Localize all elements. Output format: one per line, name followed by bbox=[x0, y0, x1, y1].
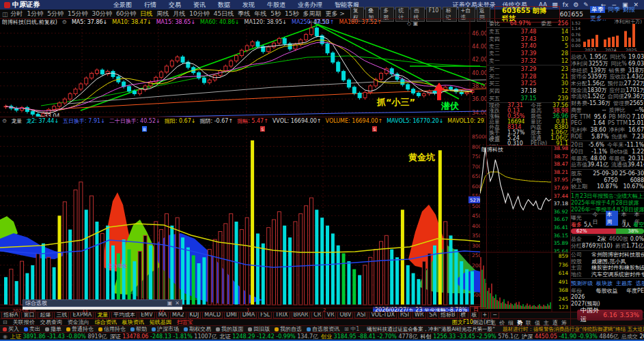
layout-icon[interactable]: ◫ bbox=[0, 11, 8, 18]
indicator-tab-CR[interactable]: CR bbox=[311, 312, 323, 318]
timeframe-45日线[interactable]: 45日线 bbox=[214, 10, 234, 18]
svg-text:37.18: 37.18 bbox=[554, 201, 569, 207]
timeframe-30分钟[interactable]: 30分钟 bbox=[92, 10, 111, 18]
indicator-extra-指标B[interactable]: 指标B bbox=[438, 312, 458, 318]
timeframe-5秒[interactable]: 5秒 bbox=[270, 10, 281, 18]
candlestick-chart[interactable]: 46.0044.0042.0040.0038.0036.0034.00←47.5… bbox=[0, 18, 486, 119]
timeframe-10分钟[interactable]: 10分钟 bbox=[189, 10, 209, 18]
news-ticker-item[interactable]: 题材进行时：德银警告消费品行业“传统防御逻辑”终结 五大逆风重 bbox=[503, 326, 644, 333]
indicator-tab-RSI[interactable]: RSI bbox=[398, 312, 411, 318]
indicator-tab-窗口[interactable]: 窗口 bbox=[21, 312, 36, 318]
timeframe-多周期[interactable]: 多周期 bbox=[303, 10, 321, 18]
gear-icon[interactable]: ⚙ bbox=[2, 118, 7, 124]
menu-item-行情[interactable]: 行情 bbox=[144, 1, 156, 10]
indicator-extra-−[interactable]: − bbox=[490, 312, 499, 318]
f10-link-主题库[interactable]: 主题库 bbox=[616, 280, 632, 287]
timeframe-周线[interactable]: 周线 bbox=[156, 10, 169, 18]
indicator-tab-MA2[interactable]: MA2 bbox=[170, 312, 186, 318]
indicator-tab-指标A[interactable]: 指标A bbox=[1, 312, 20, 318]
indicator-extra-板[interactable]: 板 bbox=[470, 312, 479, 318]
f10-data-row: 分红8769万(10)募资1.71亿(1) bbox=[571, 243, 644, 250]
f10-link-选股策略[interactable]: 选股策略 bbox=[636, 280, 644, 287]
indicator-tab-VOL-TDX[interactable]: VOL-TDX bbox=[369, 312, 397, 318]
indicator-tab-MA[interactable]: MA bbox=[156, 312, 169, 318]
f10-tab-同季[interactable]: 同季 bbox=[608, 6, 620, 13]
indicator-tab-起爆[interactable]: 起爆 bbox=[38, 312, 53, 318]
func-关联报价[interactable]: 关联报价 bbox=[13, 318, 35, 326]
grid-icon[interactable]: ⊟ bbox=[3, 319, 8, 325]
f10-tab-财报[interactable]: 财报 bbox=[623, 6, 635, 13]
menu-item-交易[interactable]: 交易 bbox=[169, 1, 181, 10]
indicator-tab-SAR[interactable]: SAR bbox=[428, 312, 438, 318]
func-交易查询[interactable]: 交易查询 bbox=[40, 318, 62, 326]
index-科创[interactable]: 科创 1256.33 -33.45 -2.59% 576.1亿 bbox=[421, 333, 519, 340]
menu-item-发现[interactable]: 发现 bbox=[242, 1, 255, 10]
index-上证[interactable]: 上证 3891.86 -31.43 -0.80% 8919亿 bbox=[10, 333, 107, 340]
indicator-tab-三线[interactable]: 三线 bbox=[54, 312, 69, 318]
timeframe-15秒[interactable]: 15秒 bbox=[285, 10, 298, 18]
menu-item-资讯[interactable]: 资讯 bbox=[193, 1, 206, 10]
f10-news-line[interactable]: 1月23日年报预告:业绩大幅上升 bbox=[571, 192, 644, 199]
restore-icon[interactable]: ▣ bbox=[167, 300, 173, 306]
indicator-tab-EXPMA[interactable]: EXPMA bbox=[70, 312, 94, 318]
menu-item-全景图[interactable]: 全景图 bbox=[113, 1, 132, 10]
indicator-tab-龙量[interactable]: 龙量 bbox=[95, 312, 110, 318]
svg-text:36.15: 36.15 bbox=[554, 233, 569, 239]
news-ticker-item[interactable]: 曦智科技通过证监会备案，冲刺“港股AI硅光芯片第一股” bbox=[367, 326, 495, 333]
timeframe-季线[interactable]: 季线 bbox=[238, 10, 250, 18]
func-资金流向[interactable]: 资金流向 bbox=[68, 318, 89, 326]
timeframe-更多 >[interactable]: 更多 > bbox=[325, 10, 344, 18]
stock-picker-window[interactable]: 综合选股 ▣✕ bbox=[23, 299, 182, 310]
timeframe-60分钟[interactable]: 60分钟 bbox=[116, 10, 136, 18]
func-板块资讯[interactable]: 板块资讯 bbox=[122, 318, 144, 326]
timeframe-年线[interactable]: 年线 bbox=[254, 10, 266, 18]
close-icon[interactable]: ✕ bbox=[175, 300, 180, 306]
ask-row: 卖三37.405 bbox=[487, 43, 570, 50]
indicator-tab-ASI[interactable]: ASI bbox=[354, 312, 367, 318]
indicator-extra-横[interactable]: 横 bbox=[459, 312, 468, 318]
f10-graphic-link[interactable]: 图文F10 bbox=[452, 318, 473, 326]
menu-item-数据[interactable]: 数据 bbox=[218, 1, 230, 10]
f10-link-预测评级[interactable]: 预测评级 bbox=[571, 280, 593, 287]
index-沪深[interactable]: 沪深 4450.05 -41.90 -0.93% 4846亿 bbox=[522, 333, 619, 340]
func-综合资讯[interactable]: 综合资讯 bbox=[95, 318, 117, 326]
indicator-extra-+[interactable]: + bbox=[481, 312, 490, 318]
indicator-tab-DMI[interactable]: DMI bbox=[224, 312, 238, 318]
indicator-tab-TRIX[interactable]: TRIX bbox=[273, 312, 290, 318]
svg-text:34.00: 34.00 bbox=[472, 110, 486, 116]
menu-item-牛股道[interactable]: 牛股道 bbox=[267, 1, 285, 10]
svg-text:1.52: 1.52 bbox=[572, 20, 581, 25]
indicator-tab-BRAR[interactable]: BRAR bbox=[292, 312, 311, 318]
intraday-mini-chart[interactable]: 38.9838.7238.4738.2137.9537.6937.4437.18… bbox=[480, 145, 570, 312]
indicator-tab-WR[interactable]: WR bbox=[412, 312, 425, 318]
timeframe-15分钟[interactable]: 15分钟 bbox=[68, 10, 87, 18]
volume-chart[interactable]: 5000100001500020000250003000035000400004… bbox=[0, 125, 486, 308]
vol-indicator-label: VVOL: 16694.00↑ bbox=[272, 118, 322, 124]
indicator-tab-平均成本[interactable]: 平均成本 bbox=[111, 312, 137, 318]
timeframe-日线[interactable]: 日线 bbox=[140, 10, 152, 18]
index-创业[interactable]: 创业 3184.95 -88.41 -2.70% 4778亿 bbox=[321, 333, 418, 340]
indicator-tab-MACD[interactable]: MACD bbox=[202, 312, 223, 318]
indicator-tab-OBV[interactable]: OBV bbox=[337, 312, 353, 318]
func-扫雷宝[interactable]: 扫雷宝 bbox=[177, 318, 193, 326]
timeframe-5分钟[interactable]: 5分钟 bbox=[47, 10, 64, 18]
indicator-tab-DMA[interactable]: DMA bbox=[240, 312, 257, 318]
menu-item-业务办理[interactable]: 业务办理 bbox=[298, 1, 322, 10]
f10-link-板块族[interactable]: 板块族 bbox=[596, 280, 613, 287]
timeframe-分时[interactable]: 分时 bbox=[11, 10, 23, 18]
index-深证[interactable]: 深证 13478.06 -248.13 -1.81% 11007亿 bbox=[110, 333, 217, 340]
timeframe-月线[interactable]: 月线 bbox=[173, 10, 185, 18]
index-北证[interactable]: 北证 1248.29 -12.42 -0.99% 134.7亿 bbox=[220, 333, 318, 340]
svg-text:40.00: 40.00 bbox=[472, 70, 486, 76]
ask-row: 卖四37.4310 bbox=[487, 35, 570, 43]
f10-news-line[interactable]: 2025年年报于4月28日披露 bbox=[571, 199, 644, 206]
func-短线基因[interactable]: 短线基因 bbox=[150, 318, 171, 326]
indicator-tab-VR[interactable]: VR bbox=[324, 312, 336, 318]
indicator-tab-KDJ[interactable]: KDJ bbox=[188, 312, 201, 318]
timeframe-1分钟[interactable]: 1分钟 bbox=[27, 10, 44, 18]
indicator-tab-EMV[interactable]: EMV bbox=[139, 312, 154, 318]
f10-tab-单季[interactable]: 单季 bbox=[590, 6, 605, 13]
stock-ticker-popup[interactable]: 中国外运 6.16 3.53% bbox=[577, 310, 643, 321]
indicator-tab-FSL[interactable]: FSL bbox=[258, 312, 272, 318]
stock-picker-titlebar[interactable]: 综合选股 ▣✕ bbox=[23, 299, 182, 307]
